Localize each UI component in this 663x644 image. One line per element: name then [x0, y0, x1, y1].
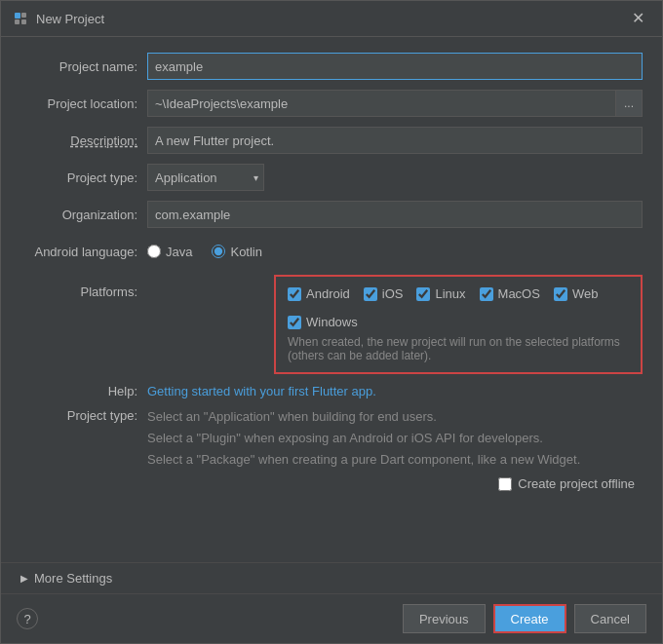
help-section-label: Help:: [20, 384, 147, 398]
ios-checkbox-label[interactable]: iOS: [364, 286, 404, 301]
svg-rect-3: [21, 19, 26, 24]
project-name-label: Project name:: [20, 59, 147, 74]
project-type-row: Project type: Application Plugin Package…: [20, 164, 643, 191]
java-radio[interactable]: [147, 245, 161, 258]
dialog-content: Project name: Project location: ... Desc…: [1, 37, 662, 562]
ios-label: iOS: [382, 286, 404, 301]
project-type-label: Project type:: [20, 170, 147, 185]
help-icon-button[interactable]: ?: [17, 608, 38, 629]
platforms-note: When created, the new project will run o…: [288, 335, 629, 362]
linux-checkbox-label[interactable]: Linux: [416, 286, 465, 301]
help-link-row: Help: Getting started with your first Fl…: [20, 384, 643, 398]
footer-right: Previous Create Cancel: [403, 604, 646, 633]
close-button[interactable]: ✕: [626, 9, 650, 28]
web-checkbox-label[interactable]: Web: [554, 286, 599, 301]
android-checkbox[interactable]: [288, 287, 301, 301]
title-bar: New Project ✕: [1, 1, 662, 37]
organization-label: Organization:: [20, 208, 147, 222]
dialog-title: New Project: [36, 12, 104, 26]
platforms-label: Platforms:: [20, 275, 147, 299]
project-location-input-group: ...: [147, 90, 643, 117]
windows-label: Windows: [306, 315, 358, 329]
svg-rect-2: [15, 19, 20, 24]
java-radio-label[interactable]: Java: [147, 245, 192, 259]
cancel-button[interactable]: Cancel: [574, 604, 646, 633]
description-label: Description:: [20, 133, 147, 148]
java-label: Java: [166, 245, 192, 259]
triangle-right-icon: ▶: [20, 573, 28, 584]
platforms-checkboxes: Android iOS Linux MacOS: [288, 286, 629, 329]
offline-row: Create project offline: [20, 471, 643, 497]
help-line-2: Select a "Plugin" when exposing an Andro…: [147, 428, 643, 449]
previous-button[interactable]: Previous: [403, 604, 486, 633]
project-location-input[interactable]: [147, 90, 615, 117]
android-checkbox-label[interactable]: Android: [288, 286, 350, 301]
project-location-label: Project location:: [20, 96, 147, 111]
project-type-select[interactable]: Application Plugin Package: [147, 164, 264, 191]
description-input[interactable]: [147, 127, 643, 154]
help-project-type-label: Project type:: [20, 406, 147, 471]
organization-row: Organization:: [20, 201, 643, 228]
android-language-row: Android language: Java Kotlin: [20, 238, 643, 265]
kotlin-radio[interactable]: [212, 245, 225, 258]
windows-checkbox-label[interactable]: Windows: [288, 315, 358, 329]
offline-checkbox-label[interactable]: Create project offline: [498, 476, 635, 491]
svg-rect-1: [21, 13, 26, 18]
android-language-label: Android language:: [20, 245, 147, 259]
android-label: Android: [306, 286, 350, 301]
more-settings-label: More Settings: [34, 571, 112, 586]
macos-checkbox-label[interactable]: MacOS: [480, 286, 540, 301]
help-link[interactable]: Getting started with your first Flutter …: [147, 384, 376, 398]
kotlin-label: Kotlin: [230, 245, 262, 259]
linux-checkbox[interactable]: [416, 287, 430, 301]
project-name-input[interactable]: [147, 53, 643, 80]
web-label: Web: [572, 286, 599, 301]
kotlin-radio-label[interactable]: Kotlin: [212, 245, 262, 259]
macos-checkbox[interactable]: [480, 287, 493, 301]
project-icon: [13, 11, 28, 26]
create-button[interactable]: Create: [493, 604, 566, 633]
svg-rect-0: [15, 13, 20, 19]
help-line-3: Select a "Package" when creating a pure …: [147, 449, 643, 471]
browse-button[interactable]: ...: [615, 90, 643, 117]
platforms-content: Android iOS Linux MacOS: [147, 275, 643, 384]
project-type-select-wrapper: Application Plugin Package ▾: [147, 164, 264, 191]
offline-checkbox[interactable]: [498, 477, 512, 491]
project-location-row: Project location: ...: [20, 90, 643, 117]
android-language-group: Java Kotlin: [147, 245, 262, 259]
platforms-row: Platforms: Android iOS: [20, 275, 643, 384]
macos-label: MacOS: [498, 286, 540, 301]
windows-checkbox[interactable]: [288, 316, 301, 329]
new-project-dialog: New Project ✕ Project name: Project loca…: [0, 0, 663, 644]
ios-checkbox[interactable]: [364, 287, 377, 301]
linux-label: Linux: [435, 286, 465, 301]
organization-input[interactable]: [147, 201, 643, 228]
description-row: Description:: [20, 127, 643, 154]
help-texts: Select an "Application" when building fo…: [147, 406, 643, 471]
title-bar-left: New Project: [13, 11, 104, 26]
help-line-1: Select an "Application" when building fo…: [147, 406, 643, 428]
footer: ? Previous Create Cancel: [1, 593, 662, 643]
footer-left: ?: [17, 608, 38, 629]
platforms-box: Android iOS Linux MacOS: [274, 275, 643, 374]
project-name-row: Project name:: [20, 53, 643, 80]
web-checkbox[interactable]: [554, 287, 567, 301]
help-text-section: Project type: Select an "Application" wh…: [20, 406, 643, 471]
offline-label-text: Create project offline: [518, 476, 635, 491]
more-settings[interactable]: ▶ More Settings: [1, 562, 662, 593]
